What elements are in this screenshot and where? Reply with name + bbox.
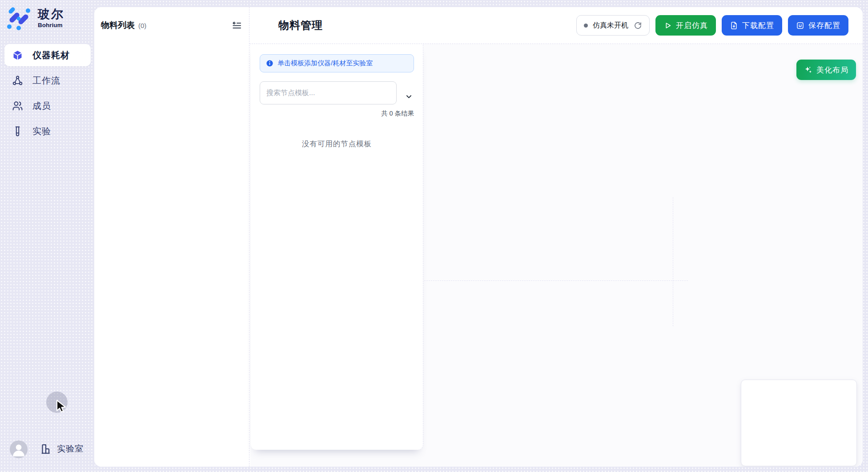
bohrium-logo-icon (6, 6, 31, 31)
topbar: 物料管理 仿真未开机 开启仿真 (249, 7, 863, 44)
lab-canvas[interactable]: 单击模板添加仪器/耗材至实验室 共 0 条结果 没有可用的节点模板 美化布局 (250, 44, 863, 467)
members-icon (12, 100, 23, 112)
save-icon (796, 21, 804, 30)
material-list-title: 物料列表 (101, 20, 135, 31)
beautify-layout-button[interactable]: 美化布局 (796, 60, 856, 80)
sidebar-item-workflow[interactable]: 工作流 (4, 69, 91, 92)
result-count: 共 0 条结果 (260, 109, 414, 118)
collapse-panel-icon[interactable] (231, 20, 242, 31)
download-config-label: 下载配置 (742, 20, 774, 31)
user-avatar[interactable] (10, 440, 28, 458)
sidebar-item-experiment[interactable]: 实验 (4, 120, 91, 142)
save-config-label: 保存配置 (808, 20, 840, 31)
status-dot (584, 24, 588, 28)
building-icon (40, 443, 52, 455)
sidebar-item-label: 成员 (32, 100, 51, 112)
mouse-cursor (56, 400, 68, 413)
topbar-actions: 仿真未开机 开启仿真 (576, 15, 848, 36)
sidebar-item-label: 仪器耗材 (32, 49, 70, 61)
cube-icon (12, 50, 23, 61)
workflow-icon (12, 75, 23, 86)
sidebar-item-instruments[interactable]: 仪器耗材 (4, 44, 91, 66)
brand[interactable]: 玻尔 Bohrium (6, 6, 64, 31)
chevron-down-icon[interactable] (403, 91, 414, 102)
sidebar-footer: 实验室 (0, 440, 94, 460)
main-container: 物料列表 (0) 物料管理 仿真未开机 (94, 7, 863, 467)
template-panel: 单击模板添加仪器/耗材至实验室 共 0 条结果 没有可用的节点模板 (251, 44, 423, 450)
file-download-icon (730, 21, 738, 30)
sparkles-icon (804, 66, 812, 74)
download-config-button[interactable]: 下载配置 (722, 15, 782, 36)
save-config-button[interactable]: 保存配置 (788, 15, 848, 36)
start-simulation-button[interactable]: 开启仿真 (655, 15, 716, 36)
info-icon (266, 60, 273, 67)
sidebar-item-label: 工作流 (32, 75, 60, 87)
material-list-header: 物料列表 (0) (94, 7, 249, 31)
search-input[interactable] (260, 81, 397, 104)
sidebar-item-label: 实验 (32, 125, 51, 137)
start-simulation-label: 开启仿真 (676, 20, 708, 31)
refresh-icon[interactable] (633, 21, 642, 30)
sim-status-pill: 仿真未开机 (576, 15, 650, 36)
template-hint-banner: 单击模板添加仪器/耗材至实验室 (260, 54, 414, 72)
test-tube-icon (12, 126, 23, 137)
brand-name-cn: 玻尔 (38, 8, 64, 21)
template-hint-text: 单击模板添加仪器/耗材至实验室 (277, 59, 373, 68)
canvas-guide-line-horizontal (424, 280, 688, 281)
page-title: 物料管理 (278, 18, 323, 32)
play-icon (663, 21, 672, 30)
material-list-panel: 物料列表 (0) (94, 7, 249, 467)
lab-entry[interactable]: 实验室 (40, 443, 84, 455)
lab-entry-label: 实验室 (57, 443, 84, 455)
brand-name-en: Bohrium (38, 22, 64, 28)
material-list-count: (0) (138, 22, 146, 29)
sim-status-label: 仿真未开机 (593, 21, 628, 30)
sidebar-item-members[interactable]: 成员 (4, 95, 91, 117)
empty-template-message: 没有可用的节点模板 (251, 139, 423, 149)
canvas-guide-line-vertical (673, 197, 673, 326)
sidebar-nav: 仪器耗材 工作流 成员 (4, 44, 91, 145)
minimap-panel[interactable] (741, 380, 857, 466)
beautify-layout-label: 美化布局 (816, 65, 848, 75)
